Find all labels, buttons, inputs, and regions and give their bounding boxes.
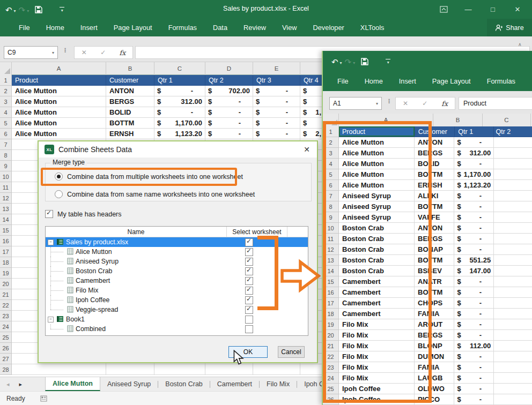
ribbon-tab-formulas[interactable]: Formulas bbox=[160, 19, 205, 36]
row-header-7[interactable]: 7 bbox=[0, 139, 12, 150]
currency-cell[interactable] bbox=[154, 364, 205, 375]
empty-cell[interactable] bbox=[494, 287, 532, 298]
select-worksheet-checkbox[interactable] bbox=[245, 287, 253, 295]
column-header-d[interactable]: D bbox=[205, 62, 253, 75]
empty-cell[interactable] bbox=[494, 148, 532, 159]
currency-cell[interactable]: $- bbox=[454, 223, 494, 234]
select-worksheet-checkbox[interactable] bbox=[245, 248, 253, 256]
currency-cell[interactable]: $702.00 bbox=[205, 86, 253, 96]
currency-cell[interactable]: $1,123.20 bbox=[154, 129, 205, 139]
currency-cell[interactable]: $- bbox=[205, 107, 253, 118]
sheet-tab-alice-mutton[interactable]: Alice Mutton bbox=[45, 377, 100, 391]
empty-cell[interactable] bbox=[494, 330, 532, 341]
cancel-entry-icon[interactable]: ✕ bbox=[82, 49, 87, 56]
empty-cell[interactable] bbox=[494, 212, 532, 223]
ribbon-tab-developer[interactable]: Developer bbox=[305, 19, 352, 36]
ribbon-display-options-icon[interactable] bbox=[431, 6, 456, 13]
dialog-close-icon[interactable]: ✕ bbox=[304, 145, 310, 154]
currency-cell[interactable]: $- bbox=[253, 107, 300, 118]
currency-cell[interactable]: $- bbox=[454, 234, 494, 244]
insert-function-icon[interactable]: fx bbox=[441, 100, 448, 108]
undo-dropdown-icon[interactable]: ▾ bbox=[14, 9, 16, 13]
row-header-21[interactable]: 21 bbox=[0, 289, 12, 300]
ribbon-tab-xltools[interactable]: XLTools bbox=[352, 19, 393, 36]
radio-unselected-icon[interactable] bbox=[55, 190, 63, 198]
row-header-2[interactable]: 2 bbox=[0, 86, 12, 96]
row-header-26[interactable]: 26 bbox=[0, 343, 12, 354]
select-worksheet-checkbox[interactable] bbox=[245, 316, 253, 324]
ribbon-tab-formulas[interactable]: Formulas bbox=[479, 72, 523, 90]
select-worksheet-checkbox[interactable] bbox=[245, 325, 253, 333]
header-cell-d1[interactable]: Qtr 2 bbox=[205, 75, 253, 86]
header-cell-a1[interactable]: Product bbox=[12, 75, 106, 86]
row-header-8[interactable]: 8 bbox=[0, 150, 12, 161]
ribbon-tab-home[interactable]: Home bbox=[357, 72, 391, 90]
tree-collapse-icon[interactable]: − bbox=[48, 239, 54, 245]
tree-row-combined[interactable]: Combined bbox=[46, 324, 308, 334]
currency-cell[interactable]: $1,170.00 bbox=[154, 118, 205, 129]
empty-cell[interactable] bbox=[494, 180, 532, 191]
product-cell[interactable]: Alice Mutton bbox=[12, 129, 106, 139]
customize-qat-icon[interactable]: ▾ bbox=[386, 59, 390, 65]
redo-dropdown-icon[interactable]: ▾ bbox=[353, 61, 355, 65]
select-worksheet-checkbox[interactable] bbox=[245, 277, 253, 285]
currency-cell[interactable]: $- bbox=[454, 276, 494, 287]
currency-cell[interactable]: $- bbox=[454, 191, 494, 201]
tree-collapse-icon[interactable]: − bbox=[48, 317, 54, 322]
row-header-18[interactable]: 18 bbox=[0, 257, 12, 268]
row-header-6[interactable]: 6 bbox=[0, 129, 12, 139]
undo-icon[interactable]: ↶ bbox=[331, 58, 338, 66]
empty-cell[interactable] bbox=[494, 137, 532, 148]
sheet-tab-camembert[interactable]: Camembert bbox=[210, 377, 259, 391]
currency-cell[interactable]: $- bbox=[454, 212, 494, 223]
currency-cell[interactable]: $- bbox=[205, 96, 253, 107]
column-header-a[interactable]: A bbox=[12, 62, 106, 75]
currency-cell[interactable]: $- bbox=[253, 86, 300, 96]
currency-cell[interactable]: $- bbox=[253, 118, 300, 129]
currency-cell[interactable]: $- bbox=[454, 309, 494, 319]
ribbon-tab-view[interactable]: View bbox=[274, 19, 305, 36]
ribbon-tab-insert[interactable]: Insert bbox=[391, 72, 424, 90]
currency-cell[interactable]: $- bbox=[454, 159, 494, 169]
undo-icon[interactable]: ↶ bbox=[5, 6, 12, 14]
header-cell-c1[interactable]: Qtr 1 bbox=[154, 75, 205, 86]
empty-cell[interactable] bbox=[494, 373, 532, 384]
sheet-nav-right-icon[interactable]: ▸ bbox=[19, 381, 23, 388]
header-cell-e1[interactable]: Qtr 3 bbox=[253, 75, 300, 86]
empty-cell[interactable] bbox=[494, 201, 532, 212]
cancel-button[interactable]: Cancel bbox=[278, 346, 305, 358]
redo-dropdown-icon[interactable]: ▾ bbox=[27, 9, 29, 13]
currency-cell[interactable]: $- bbox=[454, 201, 494, 212]
customer-cell[interactable]: BOTTM bbox=[106, 118, 154, 129]
currency-cell[interactable]: $147.00 bbox=[454, 266, 494, 276]
row-header-10[interactable]: 10 bbox=[0, 171, 12, 182]
row-header-15[interactable]: 15 bbox=[0, 225, 12, 236]
ribbon-tab-page-layout[interactable]: Page Layout bbox=[424, 72, 479, 90]
name-box[interactable]: C9 ▾ bbox=[4, 46, 58, 59]
select-worksheet-checkbox[interactable] bbox=[245, 267, 253, 275]
select-worksheet-checkbox[interactable] bbox=[245, 258, 253, 266]
product-cell[interactable] bbox=[12, 364, 106, 375]
customize-qat-icon[interactable]: ▾ bbox=[60, 7, 64, 13]
sheet-tab-aniseed-syrup[interactable]: Aniseed Syrup bbox=[100, 377, 158, 391]
tree-row-alice-mutton[interactable]: Alice Mutton bbox=[46, 247, 308, 257]
confirm-entry-icon[interactable]: ✓ bbox=[100, 49, 106, 56]
tree-row-camembert[interactable]: Camembert bbox=[46, 276, 308, 286]
currency-cell[interactable]: $- bbox=[253, 96, 300, 107]
row-header-1[interactable]: 1 bbox=[0, 75, 12, 86]
formula-input[interactable]: Product bbox=[459, 97, 532, 110]
empty-cell[interactable] bbox=[494, 341, 532, 351]
ribbon-tab-home[interactable]: Home bbox=[38, 19, 72, 36]
collapse-ribbon-icon[interactable]: ∧ bbox=[518, 42, 522, 47]
row-header-13[interactable]: 13 bbox=[0, 204, 12, 214]
currency-cell[interactable]: $- bbox=[454, 298, 494, 309]
ribbon-tab-page-layout[interactable]: Page Layout bbox=[106, 19, 160, 36]
customer-cell[interactable]: BERGS bbox=[106, 96, 154, 107]
currency-cell[interactable] bbox=[205, 364, 253, 375]
row-header-23[interactable]: 23 bbox=[0, 311, 12, 321]
empty-cell[interactable] bbox=[494, 234, 532, 244]
empty-cell[interactable] bbox=[494, 276, 532, 287]
row-header-11[interactable]: 11 bbox=[0, 182, 12, 193]
formula-bar-splitter[interactable]: ••• bbox=[64, 48, 66, 53]
undo-dropdown-icon[interactable]: ▾ bbox=[340, 61, 342, 65]
